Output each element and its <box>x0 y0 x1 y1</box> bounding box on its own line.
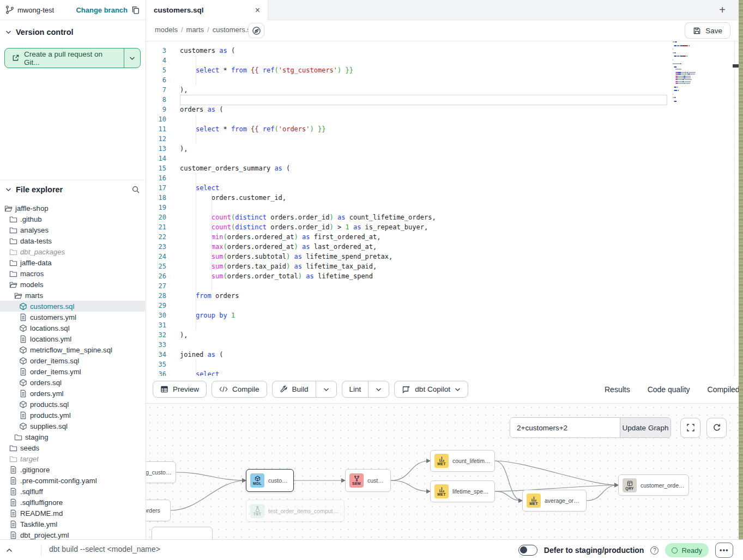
tree-item-jaffle-shop[interactable]: jaffle-shop <box>0 203 145 214</box>
line-number: 28 <box>146 291 166 301</box>
tree-item-supplies-sql[interactable]: supplies.sql <box>0 421 145 431</box>
tree-item-marts[interactable]: marts <box>0 290 145 301</box>
tree-item-locations-sql[interactable]: locations.sql <box>0 322 145 333</box>
git-branch-icon <box>5 5 14 14</box>
lineage-node-orders[interactable]: MDLorders <box>146 500 171 521</box>
defer-toggle[interactable] <box>518 545 537 556</box>
minimap[interactable] <box>672 41 715 107</box>
copilot-dropdown-caret[interactable] <box>455 387 461 392</box>
lineage-node-count-lifetime-orders[interactable]: METcount_lifetime_orders <box>430 450 495 472</box>
code-line: customers as ( <box>180 46 235 56</box>
tree-item--sqlfluffignore[interactable]: .sqlfluffignore <box>0 497 145 508</box>
tab-customers-sql[interactable]: customers.sql × <box>146 0 268 20</box>
close-icon[interactable]: × <box>255 6 260 15</box>
code-line: sum(orders.tax_paid) as lifetime_tax_pai… <box>180 261 377 271</box>
pr-dropdown-caret[interactable] <box>124 48 140 68</box>
line-number: 16 <box>146 173 166 183</box>
build-button[interactable]: Build <box>273 381 316 397</box>
doc-icon <box>9 509 17 518</box>
change-branch-link[interactable]: Change branch <box>76 6 128 14</box>
build-dropdown-caret[interactable] <box>316 381 336 397</box>
help-icon[interactable]: ? <box>650 546 659 555</box>
lineage-node-stg-customers[interactable]: MDLstg_customers <box>146 461 176 483</box>
tree-item-macros[interactable]: macros <box>0 268 145 279</box>
breadcrumb-models: models <box>155 26 178 34</box>
folder-icon <box>9 215 17 223</box>
tree-item-orders-sql[interactable]: orders.sql <box>0 377 145 388</box>
tab-compiled-code[interactable]: Compiled code <box>708 376 743 403</box>
tree-item-models[interactable]: models <box>0 279 145 290</box>
ready-dot-icon <box>672 547 678 553</box>
fullscreen-icon[interactable] <box>680 418 700 438</box>
tree-item-dbt-packages[interactable]: dbt_packages <box>0 246 145 257</box>
breadcrumb-marts: marts <box>186 26 204 34</box>
tree-item-analyses[interactable]: analyses <box>0 224 145 235</box>
tab-results[interactable]: Results <box>605 376 630 403</box>
tree-item-locations-yml[interactable]: locations.yml <box>0 333 145 344</box>
tree-item--github[interactable]: .github <box>0 214 145 224</box>
refresh-icon[interactable] <box>706 418 727 438</box>
node-label: stg_customers <box>146 469 172 476</box>
tree-item-taskfile-yml[interactable]: Taskfile.yml <box>0 519 145 529</box>
node-label: customers <box>268 477 289 484</box>
tree-item-seeds[interactable]: seeds <box>0 442 145 453</box>
create-pr-button[interactable]: Create a pull request on Git... <box>4 48 141 68</box>
tree-item-order-items-yml[interactable]: order_items.yml <box>0 366 145 377</box>
command-input[interactable]: dbt build --select <model_name> <box>49 545 160 553</box>
tree-item-staging[interactable]: staging <box>0 431 145 442</box>
tree-item-order-items-sql[interactable]: order_items.sql <box>0 355 145 366</box>
tree-item-products-sql[interactable]: products.sql <box>0 399 145 410</box>
code-line: ), <box>180 330 188 340</box>
tree-item--sqlfluff[interactable]: .sqlfluff <box>0 486 145 497</box>
tree-item-orders-yml[interactable]: orders.yml <box>0 388 145 399</box>
dbt-copilot-button[interactable]: dbt Copilot <box>394 381 468 398</box>
tree-item-readme-md[interactable]: README.md <box>0 508 145 519</box>
line-number: 6 <box>146 75 166 85</box>
doc-icon <box>9 531 17 539</box>
tree-item-data-tests[interactable]: data-tests <box>0 235 145 246</box>
status-bar: dbt build --select <model_name> Defer to… <box>0 539 743 560</box>
tab-code-quality[interactable]: Code quality <box>648 376 690 403</box>
desktop-wallpaper-strip <box>739 0 743 560</box>
copy-icon[interactable] <box>131 5 140 15</box>
tree-item-target[interactable]: target <box>0 453 145 464</box>
new-tab-button[interactable]: + <box>715 3 729 17</box>
tree-item--gitignore[interactable]: .gitignore <box>0 464 145 475</box>
save-button[interactable]: Save <box>685 22 730 39</box>
lineage-node-customer-order-metrics[interactable]: QRYcustomer_order_metrics <box>618 474 689 496</box>
preview-button[interactable]: Preview <box>153 381 207 398</box>
external-link-icon <box>11 54 20 62</box>
code-editor[interactable]: 3customers as (45 select * from {{ ref('… <box>146 41 734 376</box>
version-control-header[interactable]: Version control <box>0 26 146 38</box>
folder-open-icon <box>4 204 13 212</box>
tree-item-metricflow-time-spine-sql[interactable]: metricflow_time_spine.sql <box>0 344 145 355</box>
tree-item-products-yml[interactable]: products.yml <box>0 410 145 421</box>
lineage-node-average-order-value[interactable]: METaverage_order_value <box>522 490 587 512</box>
update-graph-button[interactable]: Update Graph <box>620 418 670 437</box>
lineage-node-customers[interactable]: MDLcustomers <box>246 469 294 492</box>
table-icon <box>160 385 168 393</box>
lint-dropdown-caret[interactable] <box>368 381 389 397</box>
node-label: customers <box>367 477 386 484</box>
copilot-pen-icon[interactable] <box>248 23 264 38</box>
lineage-node-partial[interactable] <box>152 527 213 539</box>
lint-button[interactable]: Lint <box>342 381 369 397</box>
model-icon <box>19 302 27 311</box>
tree-item--pre-commit-config-yaml[interactable]: .pre-commit-config.yaml <box>0 475 145 486</box>
search-icon[interactable] <box>131 185 140 194</box>
tree-item-jaffle-data[interactable]: jaffle-data <box>0 257 145 268</box>
tree-item-dbt-project-yml[interactable]: dbt_project.yml <box>0 529 145 540</box>
model-icon <box>19 346 27 354</box>
more-options-button[interactable]: ••• <box>715 543 733 558</box>
lineage-node-customers[interactable]: SEMcustomers <box>345 469 391 492</box>
lineage-selector-input[interactable] <box>510 418 620 437</box>
code-icon <box>219 386 228 393</box>
lineage-node-lifetime-spend-pretax[interactable]: METlifetime_spend_pretax <box>430 480 495 502</box>
collapse-panel-icon[interactable] <box>3 544 15 556</box>
compile-button[interactable]: Compile <box>212 381 267 398</box>
file-explorer-header[interactable]: File explorer <box>0 180 146 196</box>
tree-item-customers-sql[interactable]: customers.sql <box>0 301 145 312</box>
tree-item-customers-yml[interactable]: customers.yml <box>0 312 145 322</box>
file-tree: jaffle-shop.githubanalysesdata-testsdbt_… <box>0 203 145 540</box>
lineage-node-test-order-items-compute-to-bools-[interactable]: TSTtest_order_items_compute_to_bools... <box>246 500 345 522</box>
